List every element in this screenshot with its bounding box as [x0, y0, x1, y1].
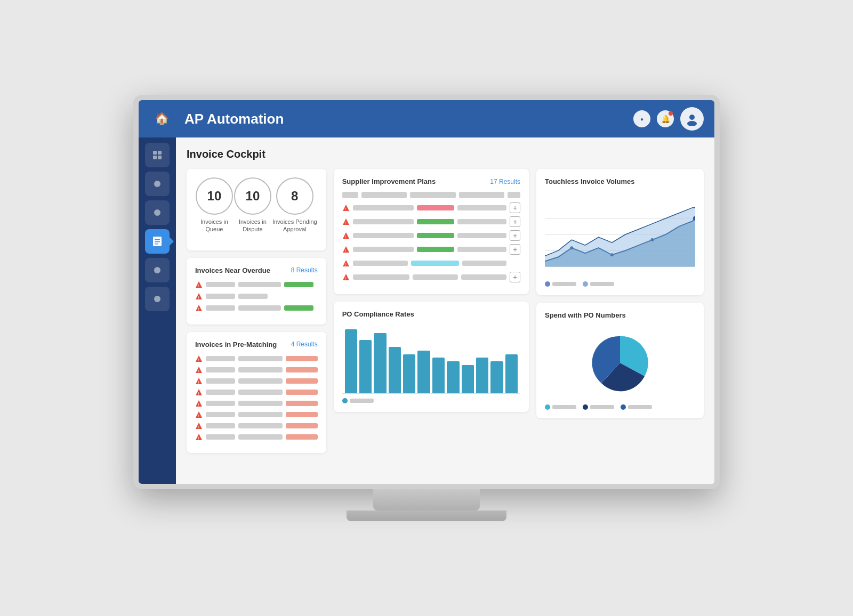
invoices-pre-matching-results[interactable]: 4 Results: [291, 341, 318, 348]
warning-icon: !: [342, 218, 350, 225]
legend-bar-spend-2: [590, 405, 614, 409]
legend-bar-spend-3: [628, 405, 652, 409]
row-bar: [353, 247, 414, 252]
svg-text:!: !: [345, 207, 346, 211]
svg-text:!: !: [198, 391, 199, 395]
row-bar: [206, 423, 235, 428]
svg-text:!: !: [198, 402, 199, 406]
supplier-plans-results[interactable]: 17 Results: [490, 178, 520, 185]
svg-text:!: !: [198, 414, 199, 417]
bar-item: [417, 351, 430, 393]
po-compliance-card: PO Compliance Rates: [334, 302, 529, 412]
row-bar-salmon: [286, 401, 318, 406]
legend-item-1: [545, 281, 576, 287]
row-bar-cyan: [411, 261, 459, 266]
row-bar: [206, 412, 235, 417]
touchless-invoice-card: Touchless Invoice Volumes: [536, 169, 704, 295]
sidebar-item-5[interactable]: [145, 258, 170, 282]
svg-point-52: [570, 246, 573, 249]
app-container: 🏠 AP Automation ● 🔔: [139, 100, 714, 484]
prematching-row: !: [195, 433, 318, 441]
prematching-row: !: [195, 355, 318, 362]
row-bar-green: [417, 219, 454, 224]
plus-button[interactable]: +: [510, 202, 520, 213]
row-bar: [238, 294, 268, 299]
touchless-title: Touchless Invoice Volumes: [545, 177, 635, 185]
row-bar: [206, 390, 235, 395]
svg-rect-5: [158, 156, 162, 159]
warning-icon: !: [195, 400, 203, 407]
plus-button[interactable]: +: [510, 216, 520, 227]
circle-icon[interactable]: ●: [633, 110, 650, 127]
notification-icon[interactable]: 🔔: [657, 110, 674, 127]
left-column: 10 Invoices inQueue 10 Invoices inDis: [187, 169, 326, 453]
svg-point-54: [650, 238, 654, 241]
invoices-pre-matching-header: Invoices in Pre-Matching 4 Results: [195, 341, 318, 348]
kpi-queue-circle: 10: [196, 177, 233, 215]
legend-item-spend-1: [545, 404, 576, 410]
row-bar: [457, 205, 506, 210]
area-chart-svg: [545, 192, 695, 277]
supplier-plans-title: Supplier Improvement Plans: [342, 177, 436, 185]
svg-text:!: !: [198, 380, 199, 384]
sidebar-item-1[interactable]: [145, 143, 170, 167]
row-bar-green: [417, 233, 454, 238]
table-row: !: [195, 293, 318, 300]
svg-text:!: !: [345, 277, 346, 280]
dashboard-grid: 10 Invoices inQueue 10 Invoices inDis: [187, 169, 704, 453]
svg-point-12: [154, 267, 160, 273]
kpi-queue-value: 10: [207, 189, 222, 204]
legend-bar-spend-1: [552, 405, 576, 409]
legend-dot: [342, 398, 348, 403]
svg-text:!: !: [198, 307, 199, 311]
row-bar: [238, 282, 281, 287]
pie-chart: [545, 326, 695, 400]
row-bar: [238, 401, 283, 406]
col-header: [508, 192, 520, 198]
warning-icon: !: [195, 293, 203, 300]
monitor-base: [347, 510, 506, 521]
plus-button[interactable]: +: [510, 244, 520, 255]
kpi-invoices-queue[interactable]: 10 Invoices inQueue: [196, 177, 233, 233]
sidebar-item-2[interactable]: [145, 172, 170, 196]
supplier-row: ! +: [342, 216, 520, 227]
plus-button[interactable]: +: [510, 272, 520, 282]
invoices-pre-matching-card: Invoices in Pre-Matching 4 Results !: [187, 332, 326, 453]
kpi-invoices-approval[interactable]: 8 Invoices PendingApproval: [272, 177, 317, 233]
row-bar-salmon: [286, 367, 318, 372]
svg-point-53: [610, 253, 614, 256]
warning-icon: !: [195, 281, 203, 288]
plus-button[interactable]: +: [510, 230, 520, 241]
bar-item: [476, 358, 488, 393]
kpi-invoices-dispute[interactable]: 10 Invoices inDispute: [234, 177, 271, 233]
notification-dot: [669, 111, 673, 116]
warning-icon: !: [195, 304, 203, 312]
svg-rect-3: [158, 151, 162, 155]
row-bar-green: [284, 282, 313, 287]
home-button[interactable]: 🏠: [149, 107, 174, 131]
sidebar-item-6[interactable]: [145, 287, 170, 311]
svg-rect-11: [155, 244, 158, 245]
monitor-screen: 🏠 AP Automation ● 🔔: [133, 95, 720, 489]
plus-button: [510, 258, 520, 269]
content-area: Invoice Cockpit 10: [176, 137, 714, 484]
sidebar-item-4-active[interactable]: [145, 229, 170, 254]
supplier-row: ! +: [342, 272, 520, 282]
bar-item: [462, 365, 474, 393]
kpi-card: 10 Invoices inQueue 10 Invoices inDis: [187, 169, 326, 250]
monitor-stand: [373, 489, 480, 510]
row-bar: [353, 274, 409, 280]
legend-bar-1: [552, 282, 576, 286]
middle-column: Supplier Improvement Plans 17 Results: [334, 169, 529, 453]
svg-text:!: !: [345, 235, 346, 239]
col-header: [361, 192, 407, 198]
invoices-near-overdue-results[interactable]: 8 Results: [291, 266, 318, 274]
row-bar: [353, 219, 414, 224]
supplier-row: ! +: [342, 202, 520, 213]
row-bar: [457, 219, 506, 224]
svg-text:!: !: [198, 283, 199, 287]
user-avatar[interactable]: [680, 107, 704, 131]
sidebar-item-3[interactable]: [145, 200, 170, 225]
legend-bar-2: [590, 282, 614, 286]
svg-point-7: [154, 209, 160, 216]
